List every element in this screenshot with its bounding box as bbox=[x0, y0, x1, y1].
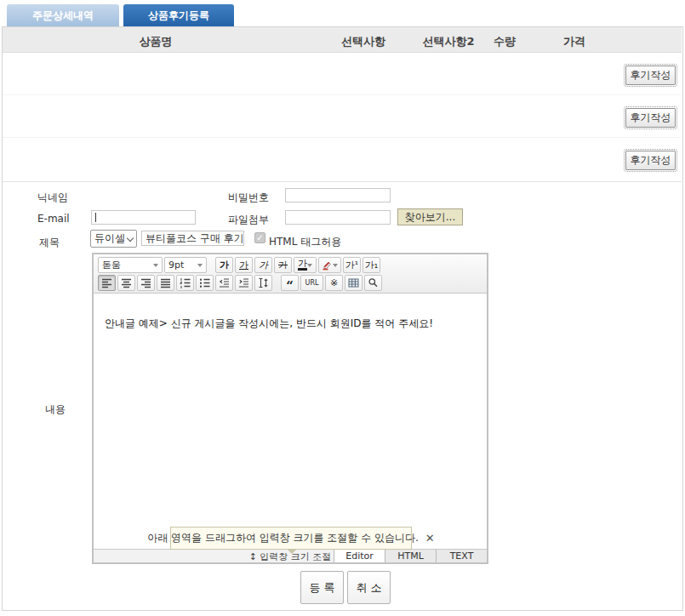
strikethrough-button[interactable]: 가 bbox=[274, 257, 292, 273]
italic-button[interactable]: 가 bbox=[254, 257, 272, 273]
form-divider bbox=[3, 181, 682, 182]
file-input[interactable] bbox=[285, 210, 391, 225]
superscript-button[interactable]: 가¹ bbox=[343, 257, 361, 273]
highlight-color-button[interactable] bbox=[318, 257, 341, 273]
password-label: 비밀번호 bbox=[228, 191, 269, 205]
editor-content-area[interactable]: 안내글 예제> 신규 게시글을 작성시에는, 반드시 회원ID를 적어 주세요! bbox=[94, 294, 487, 549]
align-justify-button[interactable] bbox=[157, 275, 174, 291]
font-size-value: 9pt bbox=[168, 260, 184, 271]
dropdown-arrow-icon bbox=[197, 264, 203, 270]
html-allow-label: HTML 태그허용 bbox=[269, 235, 341, 249]
unordered-list-button[interactable] bbox=[196, 275, 214, 291]
outdent-button[interactable] bbox=[215, 275, 233, 291]
rich-text-editor: 돋움 9pt 가 가 가 가 가 bbox=[92, 253, 488, 564]
font-color-button[interactable]: 가 bbox=[294, 257, 317, 273]
submit-button[interactable]: 등 록 bbox=[300, 571, 344, 604]
dropdown-arrow-icon bbox=[307, 264, 312, 270]
mode-tab-editor[interactable]: Editor bbox=[334, 550, 385, 562]
editor-mode-tabs: Editor HTML TEXT bbox=[334, 550, 487, 562]
write-review-button-1[interactable]: 후기작성 bbox=[625, 66, 676, 85]
close-icon[interactable]: ✕ bbox=[425, 532, 435, 545]
underline-icon: 가 bbox=[239, 259, 248, 271]
tab-review-register[interactable]: 상품후기등록 bbox=[123, 4, 234, 26]
email-label: E-mail bbox=[37, 213, 70, 225]
password-input[interactable] bbox=[285, 188, 391, 202]
text-caret bbox=[95, 213, 96, 222]
superscript-icon: 가¹ bbox=[345, 259, 358, 271]
special-char-icon: ※ bbox=[330, 277, 338, 288]
dropdown-arrow-icon bbox=[153, 264, 158, 270]
bold-icon: 가 bbox=[220, 259, 229, 271]
link-url-button[interactable]: URL bbox=[300, 275, 323, 291]
title-category-select[interactable]: 듀이셀 bbox=[90, 230, 137, 248]
row-divider bbox=[3, 94, 682, 95]
indent-button[interactable] bbox=[235, 275, 253, 291]
font-color-icon: 가 bbox=[298, 260, 307, 271]
content-label: 내용 bbox=[45, 402, 66, 417]
write-review-button-3[interactable]: 후기작성 bbox=[625, 151, 676, 170]
cancel-button[interactable]: 취 소 bbox=[347, 571, 391, 604]
subscript-button[interactable]: 가₁ bbox=[362, 257, 380, 273]
editor-placeholder-text: 안내글 예제> 신규 게시글을 작성시에는, 반드시 회원ID를 적어 주세요! bbox=[105, 317, 433, 329]
editor-toolbar: 돋움 9pt 가 가 가 가 가 bbox=[94, 254, 487, 294]
italic-icon: 가 bbox=[259, 259, 268, 271]
search-icon bbox=[368, 277, 379, 288]
font-family-select[interactable]: 돋움 bbox=[98, 257, 163, 273]
title-label: 제목 bbox=[39, 236, 60, 250]
special-char-button[interactable]: ※ bbox=[325, 275, 343, 291]
ordered-list-icon bbox=[180, 277, 191, 288]
resize-tooltip: 아래 영역을 드래그하여 입력창 크기를 조절할 수 있습니다. ✕ bbox=[170, 527, 412, 550]
file-label: 파일첨부 bbox=[228, 213, 269, 227]
resize-arrows-icon: ↕ bbox=[249, 551, 257, 562]
quote-icon: “ bbox=[286, 282, 294, 289]
row-divider bbox=[3, 137, 682, 138]
title-input[interactable]: 뷰티풀코스 구매 후기 bbox=[141, 231, 244, 246]
insert-table-button[interactable] bbox=[345, 275, 362, 291]
align-right-button[interactable] bbox=[137, 275, 155, 291]
outdent-icon bbox=[219, 277, 230, 288]
line-height-icon bbox=[258, 277, 269, 288]
column-option2: 선택사항2 bbox=[422, 34, 474, 49]
column-product-name: 상품명 bbox=[140, 34, 173, 49]
dropdown-arrow-icon bbox=[333, 264, 338, 270]
line-height-button[interactable] bbox=[254, 275, 272, 291]
search-button[interactable] bbox=[364, 275, 382, 291]
column-price: 가격 bbox=[563, 34, 585, 49]
html-allow-checkbox[interactable]: ✓ bbox=[254, 232, 265, 243]
check-icon: ✓ bbox=[256, 233, 263, 242]
bold-button[interactable]: 가 bbox=[215, 257, 233, 273]
table-icon bbox=[348, 277, 359, 288]
column-quantity: 수량 bbox=[494, 34, 516, 49]
quote-button[interactable]: “ bbox=[281, 275, 299, 291]
align-center-icon bbox=[121, 277, 132, 288]
strikethrough-icon: 가 bbox=[278, 259, 288, 271]
mode-tab-html[interactable]: HTML bbox=[385, 550, 436, 562]
browse-button[interactable]: 찾아보기... bbox=[397, 208, 463, 225]
nickname-label: 닉네임 bbox=[37, 191, 68, 205]
underline-button[interactable]: 가 bbox=[235, 257, 253, 273]
ordered-list-button[interactable] bbox=[176, 275, 194, 291]
align-left-icon bbox=[101, 277, 112, 288]
tooltip-text: 아래 영역을 드래그하여 입력창 크기를 조절할 수 있습니다. bbox=[147, 531, 419, 545]
align-left-button[interactable] bbox=[98, 275, 116, 291]
title-category-value: 듀이셀 bbox=[94, 231, 125, 246]
unordered-list-icon bbox=[199, 277, 210, 288]
align-justify-icon bbox=[160, 277, 171, 288]
subscript-icon: 가₁ bbox=[365, 259, 378, 271]
table-header: 상품명 선택사항 선택사항2 수량 가격 bbox=[3, 27, 682, 53]
mode-tab-text[interactable]: TEXT bbox=[436, 550, 487, 562]
highlighter-pen-icon bbox=[322, 260, 333, 271]
column-option1: 선택사항 bbox=[341, 34, 385, 49]
url-icon: URL bbox=[305, 279, 319, 287]
align-center-button[interactable] bbox=[117, 275, 135, 291]
tab-order-detail[interactable]: 주문상세내역 bbox=[7, 4, 119, 26]
align-right-icon bbox=[140, 277, 151, 288]
chevron-down-icon bbox=[127, 234, 134, 241]
write-review-button-2[interactable]: 후기작성 bbox=[625, 108, 676, 128]
font-size-select[interactable]: 9pt bbox=[164, 257, 207, 273]
indent-icon bbox=[238, 277, 249, 288]
email-input[interactable] bbox=[91, 210, 196, 225]
font-family-value: 돋움 bbox=[102, 259, 121, 271]
